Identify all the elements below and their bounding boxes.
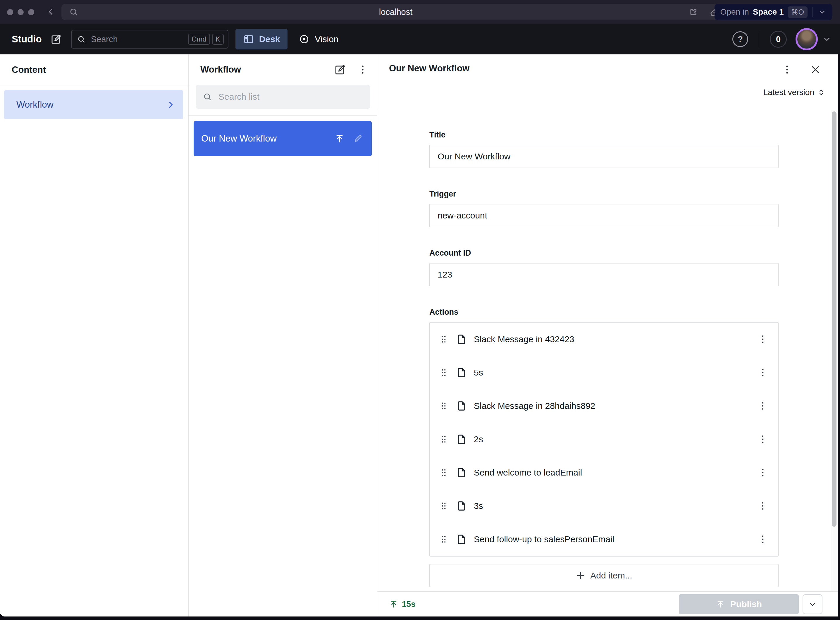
action-item[interactable]: Slack Message in 28hdaihs892: [430, 389, 778, 423]
action-item-label: Send follow-up to salesPersonEmail: [474, 534, 614, 544]
action-item[interactable]: Slack Message in 432423: [430, 323, 778, 356]
action-item[interactable]: 3s: [430, 489, 778, 523]
scrollbar-thumb[interactable]: [832, 111, 837, 527]
cmd-keycap: Cmd: [188, 34, 210, 45]
kebab-menu-icon[interactable]: [757, 367, 768, 378]
version-select[interactable]: Latest version: [763, 88, 825, 97]
field-input[interactable]: [429, 263, 778, 286]
document-icon: [456, 333, 467, 345]
field-label: Account ID: [429, 248, 778, 258]
create-document-icon[interactable]: [334, 63, 346, 76]
action-item-label: Slack Message in 432423: [474, 334, 574, 344]
form-field: Trigger: [429, 190, 778, 227]
drag-handle-icon[interactable]: [439, 368, 449, 378]
drag-handle-icon[interactable]: [439, 501, 449, 511]
kebab-menu-icon[interactable]: [781, 64, 793, 75]
tab-vision[interactable]: Vision: [291, 29, 346, 50]
document-icon: [456, 367, 467, 378]
window-controls: [7, 9, 34, 15]
kebab-menu-icon[interactable]: [757, 401, 768, 411]
kebab-menu-icon[interactable]: [757, 334, 768, 345]
drag-handle-icon[interactable]: [439, 401, 449, 411]
window-minimize-button[interactable]: [18, 9, 24, 15]
action-item-label: 5s: [474, 368, 483, 378]
document-list-item-selected[interactable]: Our New Workflow: [194, 121, 372, 156]
tasks-count-badge[interactable]: 0: [770, 31, 787, 48]
tab-desk[interactable]: Desk: [235, 29, 288, 50]
action-item[interactable]: Send follow-up to salesPersonEmail: [430, 523, 778, 556]
form-field: Account ID: [429, 248, 778, 286]
open-shortcut-badge: ⌘O: [788, 6, 808, 18]
drag-handle-icon[interactable]: [439, 434, 449, 444]
address-bar[interactable]: localhost: [62, 4, 730, 20]
search-shortcut: Cmd K: [188, 34, 224, 45]
workspace-panes: Content Workflow Workflow Our New Work: [0, 54, 838, 617]
divider: [813, 7, 813, 17]
open-in-label: Open in: [720, 7, 749, 17]
version-label: Latest version: [763, 88, 814, 97]
list-search[interactable]: [196, 85, 370, 109]
user-avatar[interactable]: [796, 28, 818, 50]
publish-time[interactable]: 15s: [389, 599, 415, 609]
document-form: Title Trigger Account ID Actions: [377, 110, 831, 591]
add-item-button[interactable]: Add item...: [429, 564, 778, 587]
sidebar-item-workflow[interactable]: Workflow: [4, 90, 183, 119]
field-input[interactable]: [429, 145, 778, 168]
add-item-label: Add item...: [590, 570, 632, 581]
chevron-down-icon[interactable]: [822, 35, 831, 44]
field-label: Trigger: [429, 190, 778, 199]
kebab-menu-icon[interactable]: [757, 534, 768, 545]
plus-icon: [576, 570, 586, 581]
document-icon: [456, 400, 467, 412]
tab-desk-label: Desk: [259, 34, 280, 44]
published-status-icon: [334, 133, 345, 144]
kebab-menu-icon[interactable]: [357, 64, 368, 75]
search-icon: [77, 35, 86, 44]
content-pane-title: Content: [12, 65, 46, 75]
window-zoom-button[interactable]: [28, 9, 34, 15]
browser-back-button[interactable]: [46, 7, 56, 17]
tab-vision-label: Vision: [315, 34, 339, 44]
actions-label: Actions: [429, 308, 778, 317]
search-icon: [203, 92, 212, 101]
compose-icon: [50, 33, 62, 45]
list-search-input[interactable]: [218, 92, 363, 102]
action-item[interactable]: 2s: [430, 423, 778, 456]
window-close-button[interactable]: [7, 9, 13, 15]
publish-arrow-icon: [389, 599, 398, 609]
document-editor-pane: Our New Workflow Latest version Title: [377, 54, 838, 617]
scrollbar-track[interactable]: [831, 110, 837, 591]
document-icon: [456, 500, 467, 512]
chevron-down-icon: [808, 600, 817, 609]
vision-eye-icon: [299, 34, 310, 45]
kebab-menu-icon[interactable]: [757, 501, 768, 511]
document-title: Our New Workflow: [201, 133, 277, 144]
help-button[interactable]: ?: [732, 31, 748, 47]
publish-menu-button[interactable]: [802, 594, 822, 614]
select-chevrons-icon: [817, 88, 825, 96]
drag-handle-icon[interactable]: [439, 334, 449, 344]
action-item-label: Slack Message in 28hdaihs892: [474, 401, 595, 411]
open-in-space-button[interactable]: Open in Space 1 ⌘O: [715, 4, 832, 20]
action-item-label: 3s: [474, 501, 483, 511]
drag-handle-icon[interactable]: [439, 534, 449, 544]
form-field: Title: [429, 131, 778, 168]
global-search-input[interactable]: [90, 34, 188, 44]
close-icon[interactable]: [810, 64, 821, 75]
action-item-label: Send welcome to leadEmail: [474, 468, 582, 478]
kebab-menu-icon[interactable]: [757, 467, 768, 478]
k-keycap: K: [212, 34, 224, 45]
action-item[interactable]: Send welcome to leadEmail: [430, 456, 778, 489]
global-search[interactable]: Cmd K: [71, 30, 229, 48]
drag-handle-icon[interactable]: [439, 468, 449, 478]
workflow-list-pane: Workflow Our New Workflow: [189, 54, 377, 617]
document-footer: 15s Publish: [377, 591, 838, 617]
chevron-down-icon[interactable]: [818, 8, 826, 16]
new-document-button[interactable]: [50, 33, 62, 45]
actions-list: Slack Message in 432423 5s Slack Mes: [429, 322, 778, 557]
kebab-menu-icon[interactable]: [757, 434, 768, 444]
action-item[interactable]: 5s: [430, 356, 778, 389]
document-icon: [456, 533, 467, 545]
field-input[interactable]: [429, 204, 778, 227]
publish-button[interactable]: Publish: [679, 594, 799, 614]
